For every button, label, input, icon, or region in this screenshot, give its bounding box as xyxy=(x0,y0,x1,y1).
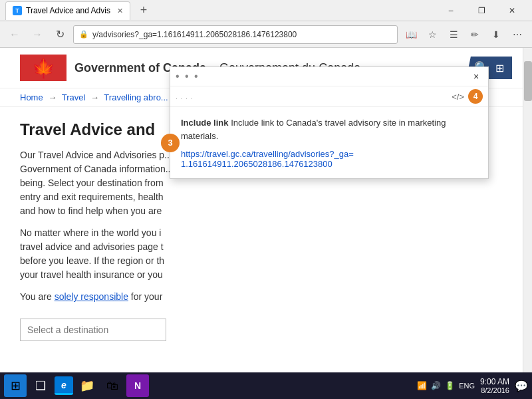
start-button[interactable]: ⊞ xyxy=(4,374,27,397)
reader-view-button[interactable]: 📖 xyxy=(402,25,420,44)
edge-icon: e xyxy=(61,380,66,390)
browser-tab[interactable]: T Travel Advice and Advis ✕ xyxy=(5,1,130,20)
paragraph-3: You are solely responsible for your xyxy=(20,290,512,304)
system-tray-icons: 📶 🔊 🔋 ENG xyxy=(417,381,475,390)
clock-time: 9:00 AM xyxy=(480,377,509,386)
lock-icon: 🔒 xyxy=(79,30,88,39)
keyboard-icon: ENG xyxy=(459,382,475,390)
toolbar-icons: 📖 ☆ ☰ ✏ ⬇ ⋯ xyxy=(402,25,527,44)
new-tab-button[interactable]: + xyxy=(134,1,153,20)
address-field[interactable]: 🔒 y/advisories?_ga=1.161614911.206502818… xyxy=(73,25,398,44)
store-icon: 🛍 xyxy=(106,379,118,393)
breadcrumb-travelling-abroad[interactable]: Travelling abro... xyxy=(104,92,168,102)
more-button[interactable]: ⋯ xyxy=(508,25,527,44)
solely-responsible-link[interactable]: solely responsible xyxy=(55,291,128,302)
popup-step3-badge: 3 xyxy=(161,134,180,152)
paragraph-2: No matter where in the world you i trave… xyxy=(20,226,512,282)
task-view-icon: ❑ xyxy=(35,378,46,393)
scrollbar-thumb[interactable] xyxy=(524,61,532,101)
popup-code-icon: </> xyxy=(452,92,464,102)
taskbar-left: ⊞ ❑ e 📁 🛍 N xyxy=(4,374,149,397)
title-bar: T Travel Advice and Advis ✕ + – ❐ ✕ xyxy=(0,0,532,21)
popup-top-dots: • • • xyxy=(176,70,200,82)
menu-grid-icon[interactable]: ⊞ xyxy=(495,62,504,74)
destination-input[interactable] xyxy=(20,319,166,341)
forward-button[interactable]: → xyxy=(28,25,47,44)
address-bar: ← → ↻ 🔒 y/advisories?_ga=1.161614911.206… xyxy=(0,21,532,48)
address-text: y/advisories?_ga=1.161614911.2065028186.… xyxy=(92,30,392,39)
notification-icon[interactable]: 💬 xyxy=(515,380,528,392)
taskbar-right: 📶 🔊 🔋 ENG 9:00 AM 8/2/2016 💬 xyxy=(417,377,528,394)
clock-date: 8/2/2016 xyxy=(480,386,509,394)
close-button[interactable]: ✕ xyxy=(497,1,527,20)
popup-advisory-link[interactable]: https://travel.gc.ca/travelling/advisori… xyxy=(181,149,477,169)
scrollbar[interactable] xyxy=(523,48,532,372)
favorites-button[interactable]: ☆ xyxy=(423,25,442,44)
network-activity-icon: 📶 xyxy=(417,381,427,390)
window-controls: – ❐ ✕ xyxy=(436,1,527,20)
file-explorer-button[interactable]: 📁 xyxy=(76,374,98,397)
popup-close-button[interactable]: × xyxy=(469,70,483,83)
tab-close-icon[interactable]: ✕ xyxy=(117,7,123,15)
downloads-button[interactable]: ⬇ xyxy=(487,25,505,44)
minimize-button[interactable]: – xyxy=(436,1,466,20)
breadcrumb-sep-2: → xyxy=(90,92,99,102)
breadcrumb-home[interactable]: Home xyxy=(20,92,43,102)
hub-button[interactable]: ☰ xyxy=(444,25,463,44)
breadcrumb-sep-1: → xyxy=(48,92,57,102)
tab-favicon: T xyxy=(13,6,22,15)
popup-instruction-text: Include link Include link to Canada's tr… xyxy=(181,116,477,142)
onenote-button[interactable]: N xyxy=(126,374,149,397)
volume-icon: 🔋 xyxy=(445,381,455,390)
canada-flag: 🍁 xyxy=(20,55,66,81)
taskbar: ⊞ ❑ e 📁 🛍 N 📶 🔊 🔋 ENG 9:00 AM 8/2/2016 💬 xyxy=(0,372,532,399)
popup-topbar: • • • × xyxy=(170,67,488,86)
edge-taskbar-button[interactable]: e xyxy=(55,376,73,395)
maple-leaf-icon: 🍁 xyxy=(32,57,55,79)
popup-step4-badge: 4 xyxy=(468,89,483,104)
folder-icon: 📁 xyxy=(80,378,94,393)
back-button[interactable]: ← xyxy=(5,25,24,44)
share-popup: • • • × . . . . </> 4 3 Include link Inc… xyxy=(170,66,489,179)
popup-drag-handle: . . . . xyxy=(176,93,193,100)
popup-body: 3 Include link Include link to Canada's … xyxy=(170,107,488,178)
tab-title: Travel Advice and Advis xyxy=(26,6,110,15)
windows-logo-icon: ⊞ xyxy=(11,378,21,393)
breadcrumb-travel[interactable]: Travel xyxy=(62,92,86,102)
onenote-icon: N xyxy=(134,380,141,391)
title-bar-left: T Travel Advice and Advis ✕ + xyxy=(5,1,153,20)
task-view-button[interactable]: ❑ xyxy=(29,374,52,397)
taskbar-clock[interactable]: 9:00 AM 8/2/2016 xyxy=(480,377,509,394)
store-button[interactable]: 🛍 xyxy=(101,374,124,397)
notes-button[interactable]: ✏ xyxy=(466,25,484,44)
browser-content: 🍁 Government of Canada Gouvernement du C… xyxy=(0,48,532,372)
battery-icon: 🔊 xyxy=(431,381,441,390)
refresh-button[interactable]: ↻ xyxy=(51,25,69,44)
popup-toolbar: . . . . </> 4 xyxy=(170,86,488,107)
maximize-button[interactable]: ❐ xyxy=(467,1,496,20)
